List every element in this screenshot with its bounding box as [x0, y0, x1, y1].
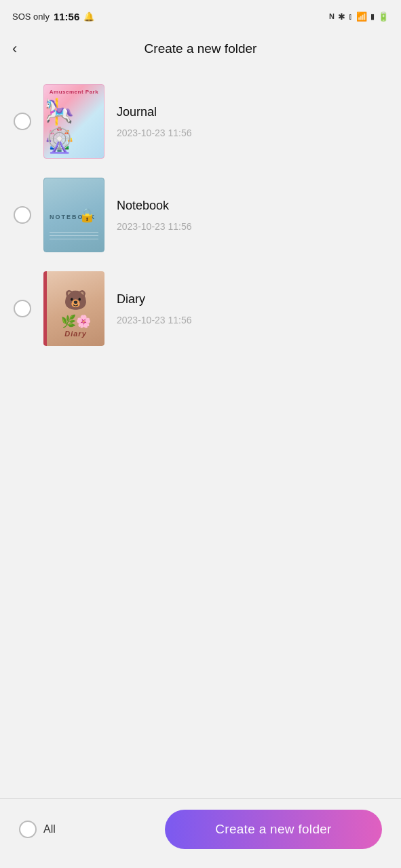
notebook-cover: Notebook 🔒 — [43, 178, 104, 252]
list-item[interactable]: Notebook 🔒 Notebook 2023-10-23 11:56 — [0, 168, 401, 262]
status-right: N ✱ ⫿ 📶 ▮ 🔋 — [329, 12, 389, 22]
create-folder-button[interactable]: Create a new folder — [165, 810, 382, 849]
journal-radio[interactable] — [14, 113, 31, 130]
battery-icon: 🔋 — [378, 12, 389, 22]
status-left: SOS only 11:56 🔔 — [12, 11, 94, 22]
wifi-icon: 📶 — [356, 12, 367, 22]
page-title: Create a new folder — [145, 41, 257, 56]
battery-low-icon: ▮ — [370, 12, 375, 21]
status-time: 11:56 — [54, 11, 79, 22]
journal-name: Journal — [117, 105, 387, 119]
journal-cover: Amusement Park 🎠🎡 — [43, 84, 104, 159]
journal-date: 2023-10-23 11:56 — [117, 127, 387, 138]
notebook-radio[interactable] — [14, 206, 31, 224]
create-folder-label: Create a new folder — [215, 822, 332, 837]
list-item[interactable]: Amusement Park 🎠🎡 Journal 2023-10-23 11:… — [0, 75, 401, 168]
back-button[interactable]: ‹ — [12, 39, 24, 59]
diary-radio[interactable] — [14, 300, 31, 317]
diary-name: Diary — [117, 292, 387, 307]
select-all-radio[interactable] — [19, 821, 37, 838]
notebook-date: 2023-10-23 11:56 — [117, 221, 387, 232]
nfc-icon: N — [329, 12, 335, 20]
diary-info: Diary 2023-10-23 11:56 — [117, 292, 387, 326]
notebook-name: Notebook — [117, 199, 387, 213]
list-item[interactable]: 🐻 🌿🌸 Diary Diary 2023-10-23 11:56 — [0, 262, 401, 355]
item-list: Amusement Park 🎠🎡 Journal 2023-10-23 11:… — [0, 68, 401, 798]
journal-info: Journal 2023-10-23 11:56 — [117, 105, 387, 138]
bottom-bar: All Create a new folder — [0, 798, 401, 868]
bluetooth-icon: ✱ — [338, 12, 345, 22]
vibrate-icon: ⫿ — [349, 12, 353, 20]
diary-date: 2023-10-23 11:56 — [117, 315, 387, 326]
sos-label: SOS only — [12, 12, 50, 22]
diary-cover: 🐻 🌿🌸 Diary — [43, 271, 104, 346]
select-all-label: All — [43, 823, 56, 835]
status-bar: SOS only 11:56 🔔 N ✱ ⫿ 📶 ▮ 🔋 — [0, 0, 401, 30]
notebook-info: Notebook 2023-10-23 11:56 — [117, 199, 387, 232]
select-all-control[interactable]: All — [19, 821, 56, 838]
bell-icon: 🔔 — [83, 12, 94, 22]
header: ‹ Create a new folder — [0, 30, 401, 68]
